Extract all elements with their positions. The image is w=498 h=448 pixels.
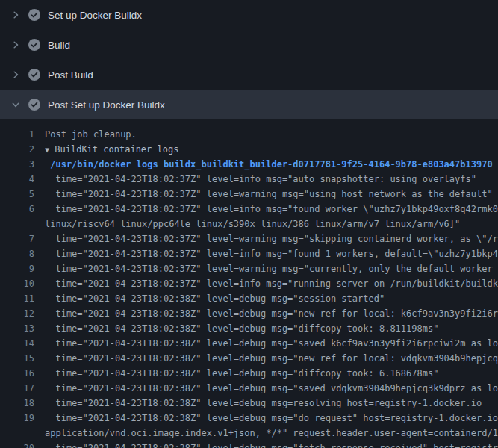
check-circle-icon <box>28 39 40 51</box>
log-line-text: time="2021-04-23T18:02:37Z" level=warnin… <box>45 231 498 246</box>
log-line-number[interactable]: 20 <box>0 441 45 448</box>
log-line-text: time="2021-04-23T18:02:37Z" level=info m… <box>45 172 498 187</box>
log-line-number[interactable]: 17 <box>0 381 45 396</box>
log-line-text: time="2021-04-23T18:02:37Z" level=info m… <box>45 246 498 261</box>
log-line-number[interactable]: 10 <box>0 276 45 291</box>
log-line: 16 time="2021-04-23T18:02:38Z" level=deb… <box>0 366 498 381</box>
check-circle-icon <box>28 99 40 111</box>
log-line-text: time="2021-04-23T18:02:37Z" level=warnin… <box>45 187 498 202</box>
log-line-text: ▼ BuildKit container logs <box>45 142 498 157</box>
step-row-post-set-up-docker-buildx[interactable]: Post Set up Docker Buildx <box>0 90 498 119</box>
log-line-number[interactable]: 1 <box>0 127 45 142</box>
log-line: 20 time="2021-04-23T18:02:38Z" level=deb… <box>0 441 498 448</box>
log-line-number[interactable] <box>0 426 45 441</box>
check-circle-icon <box>28 9 40 21</box>
log-line-text: time="2021-04-23T18:02:38Z" level=debug … <box>45 381 498 396</box>
log-line-number[interactable]: 13 <box>0 321 45 336</box>
log-line-text: time="2021-04-23T18:02:37Z" level=info m… <box>45 276 498 291</box>
step-row-build[interactable]: Build <box>0 30 498 60</box>
log-line-number[interactable]: 9 <box>0 261 45 276</box>
log-line: application/vnd.oci.image.index.v1+json,… <box>0 426 498 441</box>
log-line: 7 time="2021-04-23T18:02:37Z" level=warn… <box>0 231 498 246</box>
log-line-text: time="2021-04-23T18:02:38Z" level=debug … <box>45 366 498 381</box>
step-label: Post Build <box>48 69 93 81</box>
step-label: Set up Docker Buildx <box>48 10 142 21</box>
log-line: 14 time="2021-04-23T18:02:38Z" level=deb… <box>0 336 498 351</box>
check-circle-icon <box>28 69 40 81</box>
log-line-text: time="2021-04-23T18:02:37Z" level=warnin… <box>45 261 498 276</box>
log-line-number[interactable]: 19 <box>0 411 45 426</box>
log-line-number[interactable]: 4 <box>0 172 45 187</box>
log-line: 6 time="2021-04-23T18:02:37Z" level=info… <box>0 202 498 217</box>
group-toggle-icon: ▼ <box>45 146 49 154</box>
chevron-down-icon <box>9 99 22 111</box>
log-line-number[interactable]: 14 <box>0 336 45 351</box>
log-line-number[interactable]: 16 <box>0 366 45 381</box>
log-line: 15 time="2021-04-23T18:02:38Z" level=deb… <box>0 351 498 366</box>
log-line: 10 time="2021-04-23T18:02:37Z" level=inf… <box>0 276 498 291</box>
log-line-number[interactable]: 2 <box>0 142 45 157</box>
log-line: 12 time="2021-04-23T18:02:38Z" level=deb… <box>0 306 498 321</box>
chevron-right-icon <box>9 9 22 21</box>
log-line-number[interactable]: 8 <box>0 246 45 261</box>
step-label: Post Set up Docker Buildx <box>48 99 165 111</box>
log-line: 5 time="2021-04-23T18:02:37Z" level=warn… <box>0 187 498 202</box>
log-line-text: time="2021-04-23T18:02:38Z" level=debug … <box>45 306 498 321</box>
log-line-number[interactable] <box>0 217 45 231</box>
log-line: 11 time="2021-04-23T18:02:38Z" level=deb… <box>0 291 498 306</box>
log-lines: 1 Post job cleanup. 2 ▼ BuildKit contain… <box>0 119 498 448</box>
log-line-text: time="2021-04-23T18:02:38Z" level=debug … <box>45 351 498 366</box>
log-line-number[interactable]: 3 <box>0 157 45 172</box>
log-line-number[interactable]: 15 <box>0 351 45 366</box>
log-line: 1 Post job cleanup. <box>0 127 498 142</box>
chevron-right-icon <box>9 69 22 81</box>
log-line-text: time="2021-04-23T18:02:38Z" level=debug … <box>45 441 498 448</box>
log-line-number[interactable]: 12 <box>0 306 45 321</box>
step-label: Build <box>48 40 70 51</box>
log-line-text: time="2021-04-23T18:02:38Z" level=debug … <box>45 321 498 336</box>
log-line-text: /usr/bin/docker logs buildx_buildkit_bui… <box>45 157 498 172</box>
log-line: 8 time="2021-04-23T18:02:37Z" level=info… <box>0 246 498 261</box>
log-line: 18 time="2021-04-23T18:02:38Z" level=deb… <box>0 396 498 411</box>
log-line: 4 time="2021-04-23T18:02:37Z" level=info… <box>0 172 498 187</box>
step-row-post-build[interactable]: Post Build <box>0 60 498 90</box>
log-line: 19 time="2021-04-23T18:02:38Z" level=deb… <box>0 411 498 426</box>
log-line-text: linux/riscv64 linux/ppc64le linux/s390x … <box>45 217 498 231</box>
actions-log-viewer: Set up Docker Buildx Build Post Build Po… <box>0 0 498 448</box>
log-line-text: time="2021-04-23T18:02:38Z" level=debug … <box>45 291 498 306</box>
log-line: linux/riscv64 linux/ppc64le linux/s390x … <box>0 217 498 231</box>
log-line-text: time="2021-04-23T18:02:38Z" level=debug … <box>45 336 498 351</box>
log-line-text: time="2021-04-23T18:02:37Z" level=info m… <box>45 202 498 217</box>
log-line: 3 /usr/bin/docker logs buildx_buildkit_b… <box>0 157 498 172</box>
log-line: 17 time="2021-04-23T18:02:38Z" level=deb… <box>0 381 498 396</box>
log-line-number[interactable]: 18 <box>0 396 45 411</box>
log-line-text: time="2021-04-23T18:02:38Z" level=debug … <box>45 411 498 426</box>
log-line-number[interactable]: 11 <box>0 291 45 306</box>
log-line: 13 time="2021-04-23T18:02:38Z" level=deb… <box>0 321 498 336</box>
log-line-number[interactable]: 5 <box>0 187 45 202</box>
step-row-set-up-docker-buildx[interactable]: Set up Docker Buildx <box>0 0 498 30</box>
log-line-text: time="2021-04-23T18:02:38Z" level=debug … <box>45 396 498 411</box>
log-line: 9 time="2021-04-23T18:02:37Z" level=warn… <box>0 261 498 276</box>
log-line-text: Post job cleanup. <box>45 127 498 142</box>
log-line-number[interactable]: 6 <box>0 202 45 217</box>
log-line-number[interactable]: 7 <box>0 231 45 246</box>
log-line-text: application/vnd.oci.image.index.v1+json,… <box>45 426 498 441</box>
log-line[interactable]: 2 ▼ BuildKit container logs <box>0 142 498 157</box>
chevron-right-icon <box>9 39 22 51</box>
